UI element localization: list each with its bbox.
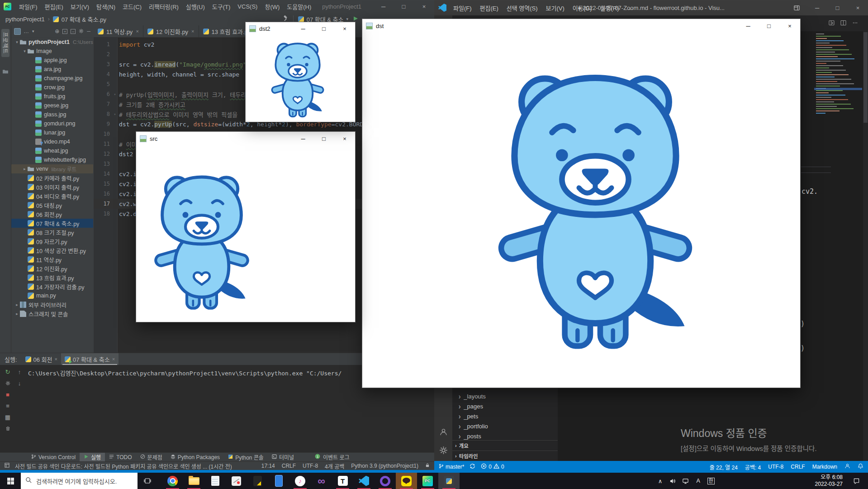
status-item[interactable]: UTF-8 (768, 464, 783, 470)
collapse-all-icon[interactable]: − (71, 29, 76, 34)
taskbar-icon-pycharm[interactable]: PC (417, 473, 438, 489)
menu-item[interactable]: 편집(E) (41, 0, 67, 13)
toolwindow-button-play[interactable]: 실행 (80, 453, 105, 461)
maximize-icon[interactable]: □ (313, 132, 334, 145)
chevron-down-icon[interactable]: ▾ (32, 29, 34, 34)
down-icon[interactable]: ↓ (15, 379, 24, 387)
toolwindow-button-python[interactable]: Python 콘솔 (224, 453, 268, 461)
menu-item[interactable]: 실행(U) (182, 0, 209, 13)
fold-icon[interactable]: ▾ (112, 112, 118, 116)
rerun-icon[interactable]: ↻ (4, 368, 12, 376)
status-item[interactable]: CRLF (282, 463, 296, 469)
taskbar-icon-chrome[interactable] (162, 473, 183, 489)
minimize-icon[interactable]: ─ (293, 22, 313, 35)
gear-icon[interactable] (79, 27, 84, 35)
status-item[interactable]: 공백: 4 (745, 463, 761, 471)
status-item[interactable]: 줄 22, 열 24 (710, 463, 738, 471)
sidebar-section-타임라인[interactable]: ›타임라인 (452, 451, 558, 461)
ime-korean-indicator[interactable]: 한 (705, 473, 717, 489)
menu-item[interactable]: 탐색(N) (93, 0, 119, 13)
tree-item[interactable]: 09 자르기.py (11, 237, 93, 246)
close-tab-icon[interactable]: × (191, 29, 194, 34)
close-icon[interactable]: × (779, 19, 800, 33)
task-view-button[interactable] (138, 473, 157, 489)
search-box[interactable]: 검색하려면 여기에 입력하십시오. (21, 473, 138, 489)
scrollbar-thumb[interactable] (863, 32, 868, 123)
menu-item[interactable]: 선택 영역(S) (503, 0, 542, 15)
taskbar-icon-phone[interactable] (268, 473, 289, 489)
tree-item[interactable]: ▸venvlibrary 루트 (11, 164, 93, 173)
clock[interactable]: 오후 6:08 2022-03-27 (811, 474, 847, 488)
network-icon[interactable] (679, 473, 692, 489)
menu-item[interactable]: 도구(T) (209, 0, 234, 13)
tool-windows-icon[interactable] (5, 463, 9, 469)
tree-item[interactable]: video.mp4 (11, 137, 93, 146)
settings-icon[interactable] (4, 379, 12, 387)
taskbar-icon-pyterm[interactable] (438, 473, 460, 489)
maximize-icon[interactable]: □ (313, 22, 334, 35)
taskbar-icon-vscode[interactable] (353, 473, 375, 489)
menu-item[interactable]: 파일(F) (15, 0, 41, 13)
markdown-preview-icon[interactable] (829, 19, 835, 28)
tray-chevron-up-icon[interactable]: ∧ (654, 473, 667, 489)
tree-item[interactable]: ▾pythonProject1C:\Users (11, 38, 93, 47)
explorer-item[interactable]: ›_pages (452, 401, 558, 411)
layout-icon[interactable] (787, 0, 807, 15)
tree-item[interactable]: main.py (11, 291, 93, 300)
view-selector-icon[interactable] (14, 28, 21, 35)
menu-item[interactable]: 리팩터링(R) (145, 0, 182, 13)
tree-item[interactable]: 08 크기 조절.py (11, 228, 93, 237)
tree-item[interactable]: 05 대칭.py (11, 201, 93, 210)
status-message[interactable]: 사전 빌드 공유 색인 다운로드: 사전 빌드된 Python 패키지 공유 색… (15, 462, 232, 470)
expand-all-icon[interactable]: + (62, 29, 67, 34)
tree-item[interactable]: ▸외부 라이브러리 (11, 300, 93, 309)
editor-tab[interactable]: 12 이진화.py× (143, 25, 199, 37)
menu-item[interactable]: 도움말(H) (283, 0, 315, 13)
minimize-icon[interactable]: ─ (738, 19, 759, 33)
taskbar-icon-explorer[interactable] (183, 473, 204, 489)
close-tab-icon[interactable]: × (55, 356, 57, 362)
menu-item[interactable]: 편집(E) (476, 0, 503, 15)
run-tab[interactable]: 07 확대 & 축소× (61, 353, 119, 365)
breadcrumb-project[interactable]: pythonProject1 (5, 16, 45, 23)
tree-item[interactable]: fruits.jpg (11, 92, 93, 101)
sync-widget[interactable] (470, 463, 475, 470)
menu-item[interactable]: 보기(V) (542, 0, 569, 15)
minimize-icon[interactable]: ─ (293, 132, 313, 145)
status-item[interactable]: Python 3.9 (pythonProject1) (351, 463, 418, 469)
run-tab[interactable]: 06 회전× (22, 353, 61, 365)
tree-item[interactable]: apple.jpg (11, 56, 93, 65)
tree-item[interactable]: wheat.jpg (11, 146, 93, 155)
tree-item[interactable]: champagne.jpg (11, 74, 93, 83)
window-title-bar[interactable]: dst ─ □ × (362, 19, 800, 33)
tree-item[interactable]: ▸스크래치 및 콘솔 (11, 309, 93, 318)
maximize-icon[interactable]: □ (827, 0, 848, 15)
git-branch-widget[interactable]: master* (439, 464, 464, 470)
maximize-icon[interactable]: □ (759, 19, 779, 33)
toolwindow-button-todo[interactable]: TODO (105, 453, 136, 461)
toolwindow-button-terminal[interactable]: 터미널 (268, 453, 298, 461)
explorer-item[interactable]: ›_portfolio (452, 421, 558, 431)
tool-window-tab-project[interactable]: 프로젝트 (1, 29, 9, 57)
tree-item[interactable]: 11 역상.py (11, 255, 93, 264)
close-tab-icon[interactable]: × (112, 356, 115, 362)
taskbar-icon-snip[interactable] (226, 473, 247, 489)
explorer-item[interactable]: ›_pets (452, 411, 558, 421)
stop-icon[interactable]: ■ (4, 390, 12, 398)
close-tab-icon[interactable]: × (136, 29, 138, 34)
manage-gear-icon[interactable] (439, 446, 448, 456)
toolwindow-button-event[interactable]: 1이벤트 로그 (311, 453, 353, 461)
tree-item[interactable]: whitebutterfly.jpg (11, 155, 93, 164)
taskbar-icon-purple-ring[interactable] (375, 473, 396, 489)
tree-item[interactable]: 13 흐림 효과.py (11, 273, 93, 282)
minimize-icon[interactable]: ─ (373, 0, 394, 13)
toolwindow-button-branch[interactable]: Version Control (27, 453, 80, 461)
fold-icon[interactable]: ▾ (112, 92, 118, 96)
tree-item[interactable]: 14 가장자리 검출.py (11, 282, 93, 291)
toolwindow-button-problems[interactable]: 문제점 (136, 453, 166, 461)
tree-item[interactable]: ▾Image (11, 47, 93, 56)
status-item[interactable]: 4개 공백 (325, 462, 344, 470)
feedback-icon[interactable] (844, 463, 850, 470)
editor-scrollbar[interactable] (863, 19, 868, 461)
start-button[interactable] (0, 473, 21, 489)
